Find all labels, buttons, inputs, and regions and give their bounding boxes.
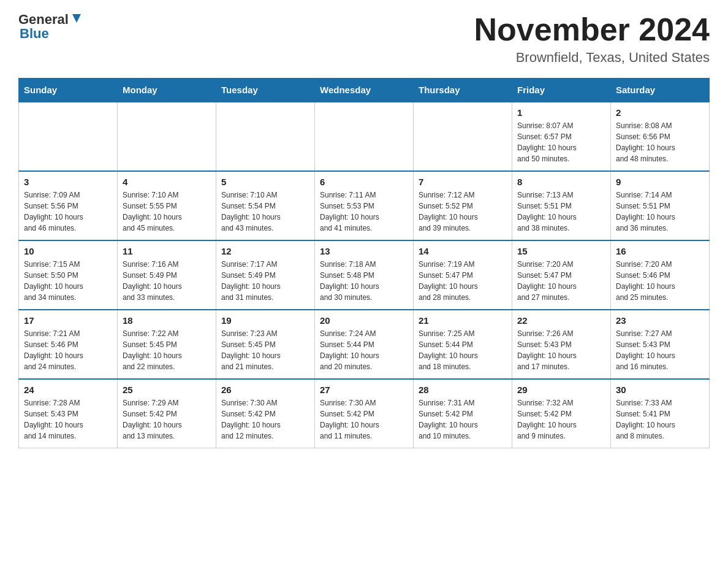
day-info: Sunrise: 7:28 AM Sunset: 5:43 PM Dayligh… (24, 397, 112, 442)
day-info: Sunrise: 8:07 AM Sunset: 6:57 PM Dayligh… (517, 120, 605, 164)
day-number: 23 (616, 315, 704, 326)
day-number: 22 (517, 315, 605, 326)
calendar-cell: 16Sunrise: 7:20 AM Sunset: 5:46 PM Dayli… (611, 240, 710, 310)
calendar-cell: 1Sunrise: 8:07 AM Sunset: 6:57 PM Daylig… (512, 102, 611, 171)
day-info: Sunrise: 7:27 AM Sunset: 5:43 PM Dayligh… (616, 328, 704, 372)
day-number: 16 (616, 246, 704, 256)
calendar-cell: 22Sunrise: 7:26 AM Sunset: 5:43 PM Dayli… (512, 310, 611, 379)
day-number: 14 (419, 246, 507, 256)
day-number: 4 (123, 177, 211, 187)
calendar-cell: 7Sunrise: 7:12 AM Sunset: 5:52 PM Daylig… (414, 171, 512, 240)
day-info: Sunrise: 7:24 AM Sunset: 5:44 PM Dayligh… (320, 328, 408, 372)
day-number: 1 (517, 107, 605, 118)
calendar-cell: 9Sunrise: 7:14 AM Sunset: 5:51 PM Daylig… (611, 171, 710, 240)
header-sunday: Sunday (19, 79, 118, 102)
calendar-week-row: 10Sunrise: 7:15 AM Sunset: 5:50 PM Dayli… (19, 240, 710, 310)
day-number: 6 (320, 177, 408, 187)
header-wednesday: Wednesday (315, 79, 414, 102)
day-info: Sunrise: 7:23 AM Sunset: 5:45 PM Dayligh… (221, 328, 309, 372)
calendar-cell: 27Sunrise: 7:30 AM Sunset: 5:42 PM Dayli… (315, 379, 414, 448)
calendar-cell (315, 102, 414, 171)
day-number: 8 (517, 177, 605, 187)
day-info: Sunrise: 7:25 AM Sunset: 5:44 PM Dayligh… (419, 328, 507, 372)
calendar-header-row: Sunday Monday Tuesday Wednesday Thursday… (19, 79, 710, 102)
day-info: Sunrise: 7:10 AM Sunset: 5:55 PM Dayligh… (123, 190, 211, 234)
logo: General Blue (18, 12, 83, 42)
svg-marker-0 (72, 14, 81, 23)
calendar-cell: 15Sunrise: 7:20 AM Sunset: 5:47 PM Dayli… (512, 240, 611, 310)
day-info: Sunrise: 7:13 AM Sunset: 5:51 PM Dayligh… (517, 190, 605, 234)
day-info: Sunrise: 7:10 AM Sunset: 5:54 PM Dayligh… (221, 190, 309, 234)
calendar-cell: 30Sunrise: 7:33 AM Sunset: 5:41 PM Dayli… (611, 379, 710, 448)
calendar-week-row: 24Sunrise: 7:28 AM Sunset: 5:43 PM Dayli… (19, 379, 710, 448)
header-tuesday: Tuesday (216, 79, 315, 102)
calendar-cell: 6Sunrise: 7:11 AM Sunset: 5:53 PM Daylig… (315, 171, 414, 240)
day-info: Sunrise: 7:26 AM Sunset: 5:43 PM Dayligh… (517, 328, 605, 372)
calendar-cell: 23Sunrise: 7:27 AM Sunset: 5:43 PM Dayli… (611, 310, 710, 379)
calendar-cell: 14Sunrise: 7:19 AM Sunset: 5:47 PM Dayli… (414, 240, 512, 310)
calendar-cell: 28Sunrise: 7:31 AM Sunset: 5:42 PM Dayli… (414, 379, 512, 448)
day-number: 5 (221, 177, 309, 187)
calendar-cell: 8Sunrise: 7:13 AM Sunset: 5:51 PM Daylig… (512, 171, 611, 240)
day-number: 25 (123, 385, 211, 395)
calendar-cell: 11Sunrise: 7:16 AM Sunset: 5:49 PM Dayli… (118, 240, 216, 310)
calendar-cell: 5Sunrise: 7:10 AM Sunset: 5:54 PM Daylig… (216, 171, 315, 240)
day-number: 10 (24, 246, 112, 256)
logo-general: General (18, 12, 69, 27)
day-info: Sunrise: 7:17 AM Sunset: 5:49 PM Dayligh… (221, 259, 309, 303)
calendar-table: Sunday Monday Tuesday Wednesday Thursday… (18, 78, 710, 448)
day-number: 13 (320, 246, 408, 256)
day-info: Sunrise: 7:22 AM Sunset: 5:45 PM Dayligh… (123, 328, 211, 372)
day-info: Sunrise: 7:16 AM Sunset: 5:49 PM Dayligh… (123, 259, 211, 303)
calendar-cell: 13Sunrise: 7:18 AM Sunset: 5:48 PM Dayli… (315, 240, 414, 310)
calendar-week-row: 1Sunrise: 8:07 AM Sunset: 6:57 PM Daylig… (19, 102, 710, 171)
day-number: 26 (221, 385, 309, 395)
calendar-cell: 4Sunrise: 7:10 AM Sunset: 5:55 PM Daylig… (118, 171, 216, 240)
day-info: Sunrise: 7:14 AM Sunset: 5:51 PM Dayligh… (616, 190, 704, 234)
day-info: Sunrise: 7:30 AM Sunset: 5:42 PM Dayligh… (221, 397, 309, 442)
header-saturday: Saturday (611, 79, 710, 102)
calendar-title: November 2024 (474, 12, 710, 47)
day-number: 30 (616, 385, 704, 395)
day-info: Sunrise: 8:08 AM Sunset: 6:56 PM Dayligh… (616, 120, 704, 164)
day-info: Sunrise: 7:30 AM Sunset: 5:42 PM Dayligh… (320, 397, 408, 442)
header-thursday: Thursday (414, 79, 512, 102)
day-info: Sunrise: 7:21 AM Sunset: 5:46 PM Dayligh… (24, 328, 112, 372)
day-number: 15 (517, 246, 605, 256)
day-info: Sunrise: 7:31 AM Sunset: 5:42 PM Dayligh… (419, 397, 507, 442)
day-number: 27 (320, 385, 408, 395)
day-info: Sunrise: 7:09 AM Sunset: 5:56 PM Dayligh… (24, 190, 112, 234)
day-number: 19 (221, 315, 309, 326)
header-friday: Friday (512, 79, 611, 102)
day-info: Sunrise: 7:20 AM Sunset: 5:46 PM Dayligh… (616, 259, 704, 303)
calendar-cell (216, 102, 315, 171)
day-info: Sunrise: 7:20 AM Sunset: 5:47 PM Dayligh… (517, 259, 605, 303)
day-number: 28 (419, 385, 507, 395)
day-info: Sunrise: 7:19 AM Sunset: 5:47 PM Dayligh… (419, 259, 507, 303)
day-info: Sunrise: 7:33 AM Sunset: 5:41 PM Dayligh… (616, 397, 704, 442)
day-info: Sunrise: 7:12 AM Sunset: 5:52 PM Dayligh… (419, 190, 507, 234)
title-block: November 2024 Brownfield, Texas, United … (474, 12, 710, 66)
day-info: Sunrise: 7:18 AM Sunset: 5:48 PM Dayligh… (320, 259, 408, 303)
calendar-cell: 26Sunrise: 7:30 AM Sunset: 5:42 PM Dayli… (216, 379, 315, 448)
day-number: 17 (24, 315, 112, 326)
day-number: 20 (320, 315, 408, 326)
day-number: 18 (123, 315, 211, 326)
day-number: 29 (517, 385, 605, 395)
calendar-cell: 29Sunrise: 7:32 AM Sunset: 5:42 PM Dayli… (512, 379, 611, 448)
calendar-cell (118, 102, 216, 171)
day-info: Sunrise: 7:29 AM Sunset: 5:42 PM Dayligh… (123, 397, 211, 442)
day-number: 7 (419, 177, 507, 187)
calendar-cell (19, 102, 118, 171)
day-number: 21 (419, 315, 507, 326)
day-number: 24 (24, 385, 112, 395)
calendar-cell (414, 102, 512, 171)
header-monday: Monday (118, 79, 216, 102)
day-info: Sunrise: 7:32 AM Sunset: 5:42 PM Dayligh… (517, 397, 605, 442)
calendar-cell: 25Sunrise: 7:29 AM Sunset: 5:42 PM Dayli… (118, 379, 216, 448)
day-number: 9 (616, 177, 704, 187)
calendar-subtitle: Brownfield, Texas, United States (474, 50, 710, 66)
day-info: Sunrise: 7:15 AM Sunset: 5:50 PM Dayligh… (24, 259, 112, 303)
calendar-cell: 19Sunrise: 7:23 AM Sunset: 5:45 PM Dayli… (216, 310, 315, 379)
calendar-cell: 10Sunrise: 7:15 AM Sunset: 5:50 PM Dayli… (19, 240, 118, 310)
